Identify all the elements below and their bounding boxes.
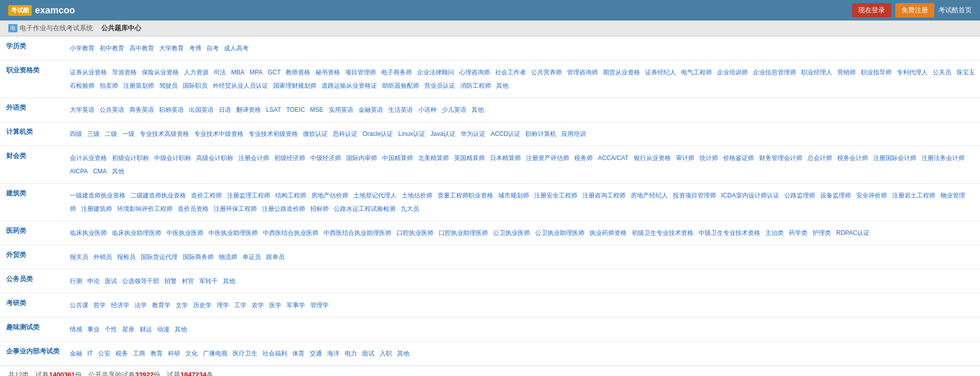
category-link[interactable]: 九大员	[401, 205, 419, 212]
category-link[interactable]: 社会福利	[262, 350, 287, 357]
category-link[interactable]: 中西医结合执业医师	[263, 229, 318, 236]
category-link[interactable]: MPA	[250, 69, 262, 76]
category-link[interactable]: 电力	[345, 350, 357, 357]
category-link[interactable]: 初级经济师	[274, 154, 305, 162]
category-link[interactable]: ACCD认证	[491, 130, 520, 137]
category-link[interactable]: 大学英语	[70, 106, 95, 113]
category-link[interactable]: 助听器验配师	[382, 82, 419, 89]
category-link[interactable]: 出国英语	[189, 106, 214, 113]
category-link[interactable]: 电气工程师	[681, 69, 712, 76]
category-link[interactable]: 秘书资格	[315, 69, 340, 76]
category-link[interactable]: 科研	[168, 350, 180, 357]
category-link[interactable]: 公路水运工程试验检测	[334, 205, 395, 212]
category-link[interactable]: CMA	[93, 168, 107, 175]
category-link[interactable]: 报检员	[117, 253, 136, 261]
category-link[interactable]: 村官	[182, 278, 194, 285]
category-link[interactable]: 主治类	[765, 229, 784, 236]
category-link[interactable]: 安全评价师	[856, 192, 887, 199]
category-link[interactable]: MBA	[231, 69, 244, 76]
category-link[interactable]: 国际内审师	[346, 154, 377, 162]
category-link[interactable]: 招标师	[310, 205, 329, 212]
category-link[interactable]: 星座	[122, 326, 135, 333]
category-link[interactable]: 营业员认证	[424, 82, 455, 89]
category-link[interactable]: 一级建造师执业资格	[70, 192, 125, 199]
category-link[interactable]: 物流师	[219, 253, 237, 261]
category-link[interactable]: 投资项目管理师	[673, 192, 716, 199]
category-link[interactable]: 电子商务师	[381, 69, 412, 76]
category-link[interactable]: 二级建造师执业资格	[130, 192, 186, 199]
category-label[interactable]: 财会类	[0, 146, 66, 184]
category-link[interactable]: 法学	[135, 302, 147, 309]
category-link[interactable]: 注册资产评估师	[526, 154, 569, 162]
category-link[interactable]: 银行从业资格	[634, 154, 671, 162]
category-link[interactable]: 项目管理师	[345, 69, 376, 76]
category-link[interactable]: 一级	[122, 130, 135, 137]
category-link[interactable]: 药学类	[789, 229, 807, 236]
category-link[interactable]: 会计从业资格	[70, 154, 107, 162]
category-link[interactable]: 公选领导干部	[122, 278, 159, 285]
category-link[interactable]: 高级会计职称	[196, 154, 233, 162]
register-button[interactable]: 免费注册	[895, 3, 934, 17]
category-link[interactable]: 司法	[214, 69, 226, 76]
category-link[interactable]: 初中教育	[100, 45, 124, 52]
category-link[interactable]: ICDA室内设计师认证	[721, 192, 779, 199]
category-link[interactable]: 注册建筑师	[81, 205, 112, 212]
category-link[interactable]: 体育	[292, 350, 305, 357]
category-link[interactable]: 海洋	[327, 350, 340, 357]
category-link[interactable]: 入职	[380, 350, 392, 357]
category-link[interactable]: 商务英语	[129, 106, 154, 113]
category-label[interactable]: 建筑类	[0, 184, 66, 221]
category-link[interactable]: 英国精算师	[454, 154, 485, 162]
category-link[interactable]: 设备监理师	[820, 192, 851, 199]
category-link[interactable]: 中国精算师	[382, 154, 413, 162]
category-label[interactable]: 医药类	[0, 221, 66, 245]
category-link[interactable]: 教育学	[152, 302, 171, 309]
category-link[interactable]: 二级	[105, 130, 117, 137]
category-link[interactable]: 大学教育	[159, 45, 184, 52]
category-link[interactable]: 中级会计职称	[154, 154, 191, 162]
category-link[interactable]: 房地产估价师	[311, 192, 348, 199]
category-link[interactable]: 国际职员	[183, 82, 208, 89]
category-link[interactable]: 中西医结合执业助理医师	[324, 229, 391, 236]
category-label[interactable]: 企事业内部考试类	[0, 342, 66, 366]
category-link[interactable]: 财运	[140, 326, 152, 333]
category-link[interactable]: 小学教育	[70, 45, 95, 52]
category-link[interactable]: 动漫	[157, 326, 169, 333]
category-link[interactable]: 心理咨询师	[459, 69, 490, 76]
category-link[interactable]: 公卫执业医师	[493, 229, 530, 236]
category-link[interactable]: 导游资格	[112, 69, 137, 76]
category-link[interactable]: 环境影响评价工程师	[117, 205, 173, 212]
category-link[interactable]: 报关员	[70, 253, 88, 261]
category-link[interactable]: 北美精算师	[418, 154, 449, 162]
category-label[interactable]: 外语类	[0, 98, 66, 122]
category-link[interactable]: 招警	[164, 278, 177, 285]
category-link[interactable]: 注册策划师	[123, 82, 154, 89]
category-link[interactable]: 单证员	[242, 253, 261, 261]
category-link[interactable]: RDPAC认证	[836, 229, 870, 236]
category-link[interactable]: 初级卫生专业技术资格	[632, 229, 693, 236]
category-link[interactable]: 其他	[397, 350, 409, 357]
category-link[interactable]: 面试	[105, 278, 117, 285]
category-link[interactable]: 注册会计师	[238, 154, 269, 162]
category-link[interactable]: 交通	[310, 350, 322, 357]
category-link[interactable]: 哲学	[93, 302, 106, 309]
category-link[interactable]: 其他	[472, 106, 484, 113]
category-link[interactable]: 农学	[252, 302, 264, 309]
category-link[interactable]: 土地估价师	[402, 192, 432, 199]
category-link[interactable]: 营销师	[837, 69, 856, 76]
category-link[interactable]: 公共课	[70, 302, 88, 309]
category-link[interactable]: 个性	[105, 326, 117, 333]
category-link[interactable]: 专业技术初级资格	[249, 130, 298, 137]
category-link[interactable]: 应用培训	[561, 130, 586, 137]
category-link[interactable]: 房地产经纪人	[631, 192, 668, 199]
category-link[interactable]: 日语	[219, 106, 231, 113]
category-link[interactable]: 人力资源	[184, 69, 209, 76]
category-link[interactable]: 造价工程师	[191, 192, 222, 199]
category-link[interactable]: 军事学	[287, 302, 305, 309]
category-link[interactable]: 统计师	[700, 154, 718, 162]
category-label[interactable]: 外贸类	[0, 245, 66, 269]
category-link[interactable]: 工学	[234, 302, 247, 309]
category-link[interactable]: 职称英语	[159, 106, 184, 113]
category-link[interactable]: 审计师	[676, 154, 694, 162]
category-link[interactable]: 国际货运代理	[141, 253, 178, 261]
